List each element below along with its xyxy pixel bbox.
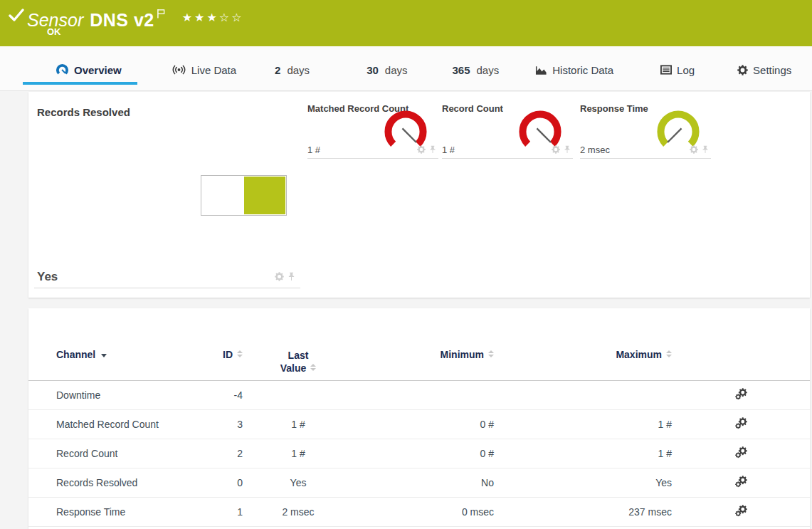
- tab-overview[interactable]: Overview: [23, 55, 137, 85]
- gauge-tile-record-count: Record Count 1 #: [442, 103, 573, 159]
- table-row-records-resolved: Records Resolved 0 Yes No Yes: [28, 468, 810, 498]
- priority-stars[interactable]: ★★★☆☆: [182, 11, 244, 23]
- tab-bar: Overview Live Data 2 days 30 days 365: [0, 46, 812, 91]
- prtg-sensor-page: SensorDNS v2 ★★★☆☆ OK Overview: [0, 0, 812, 529]
- column-header-maximum[interactable]: Maximum: [494, 308, 672, 381]
- cell-minimum: [354, 381, 494, 410]
- area-chart-icon: [535, 65, 547, 75]
- primary-tile-title: Records Resolved: [34, 105, 300, 118]
- channel-settings-gears-icon[interactable]: [735, 446, 747, 459]
- sensor-header: SensorDNS v2 ★★★☆☆ OK: [0, 0, 812, 46]
- tile-gear-icon[interactable]: [417, 144, 426, 157]
- cell-id: -4: [206, 381, 243, 410]
- tile-pin-icon[interactable]: [428, 144, 437, 157]
- column-header-last-label: Last: [243, 349, 354, 362]
- column-header-id[interactable]: ID: [206, 308, 243, 381]
- column-header-minimum[interactable]: Minimum: [354, 308, 494, 381]
- channel-table-panel: Channel ID Last Value Minimum: [28, 308, 810, 529]
- primary-tile-footer: Yes: [37, 270, 296, 284]
- cell-minimum: 0 #: [354, 410, 494, 439]
- cell-channel: Record Count: [28, 439, 206, 468]
- cell-last-value: 1 #: [243, 439, 354, 468]
- gauge-value: 1 #: [442, 145, 455, 155]
- tab-live-data[interactable]: Live Data: [159, 55, 249, 85]
- tab-live-data-label: Live Data: [191, 64, 236, 76]
- records-resolved-bar-chart: [201, 175, 287, 216]
- tab-historic-data-label: Historic Data: [552, 64, 613, 76]
- cell-last-value: 1 #: [243, 410, 354, 439]
- status-ok-check-icon: [9, 8, 24, 25]
- column-header-last-value[interactable]: Last Value: [243, 308, 354, 381]
- tile-gear-icon[interactable]: [275, 271, 284, 284]
- flag-icon[interactable]: [157, 1, 165, 24]
- column-header-minimum-label: Minimum: [441, 349, 484, 360]
- sensor-status: OK: [47, 26, 61, 37]
- cell-id: 1: [206, 498, 243, 527]
- tab-settings[interactable]: Settings: [724, 55, 804, 85]
- cell-maximum: 1 #: [494, 439, 672, 468]
- channel-table: Channel ID Last Value Minimum: [28, 308, 810, 527]
- cell-channel: Response Time: [28, 498, 206, 527]
- cell-channel: Matched Record Count: [28, 410, 206, 439]
- overview-panel: Records Resolved Yes Matched Record: [28, 92, 810, 298]
- cell-maximum: Yes: [494, 468, 672, 498]
- sort-toggle-icon: [310, 364, 316, 371]
- tab-2-days-label: days: [287, 64, 310, 76]
- sort-toggle-icon: [488, 350, 494, 357]
- gauge-value: 1 #: [307, 145, 320, 155]
- cell-maximum: 237 msec: [494, 498, 672, 527]
- tab-settings-label: Settings: [753, 64, 791, 76]
- tab-30-days-label: days: [385, 64, 408, 76]
- sort-toggle-icon: [666, 350, 672, 357]
- gauge-tile-matched-record-count: Matched Record Count 1 #: [307, 103, 438, 159]
- table-row-matched-record-count: Matched Record Count 3 1 # 0 # 1 #: [28, 410, 810, 439]
- tab-overview-label: Overview: [74, 64, 122, 76]
- tile-pin-icon[interactable]: [563, 144, 571, 157]
- cell-last-value: [243, 381, 354, 410]
- channel-settings-gears-icon[interactable]: [735, 388, 747, 400]
- tab-30-days-number: 30: [367, 64, 379, 76]
- channel-settings-gears-icon[interactable]: [735, 476, 747, 488]
- tab-2-days[interactable]: 2 days: [262, 55, 322, 85]
- tab-365-days-label: days: [477, 64, 500, 76]
- tab-log[interactable]: Log: [648, 55, 707, 85]
- gauge-tile-response-time: Response Time 2 msec: [580, 103, 711, 159]
- gauge-value: 2 msec: [580, 145, 610, 155]
- cell-channel: Records Resolved: [28, 468, 206, 498]
- log-icon: [660, 65, 672, 75]
- cell-id: 2: [206, 439, 243, 468]
- tile-gear-icon[interactable]: [552, 144, 560, 157]
- cell-minimum: 0 msec: [354, 498, 494, 527]
- records-resolved-bar-fill: [244, 177, 285, 214]
- content-area: Records Resolved Yes Matched Record: [0, 91, 812, 529]
- tile-gear-icon[interactable]: [690, 144, 698, 157]
- cell-minimum: No: [354, 468, 494, 498]
- cell-channel: Downtime: [28, 381, 206, 410]
- channel-settings-gears-icon[interactable]: [735, 417, 747, 429]
- tile-pin-icon[interactable]: [701, 144, 710, 157]
- table-row-response-time: Response Time 1 2 msec 0 msec 237 msec: [28, 498, 810, 527]
- tab-log-label: Log: [677, 64, 695, 76]
- gauge-icon: [56, 63, 69, 77]
- tab-365-days-number: 365: [453, 64, 470, 76]
- sensor-name: DNS v2: [90, 10, 154, 30]
- table-row-record-count: Record Count 2 1 # 0 # 1 #: [28, 439, 810, 468]
- column-header-id-label: ID: [223, 349, 233, 360]
- cell-last-value: 2 msec: [243, 498, 354, 527]
- cell-maximum: [494, 381, 672, 410]
- cell-id: 0: [206, 468, 243, 498]
- column-header-channel[interactable]: Channel: [28, 308, 206, 381]
- primary-tile-value: Yes: [37, 270, 58, 284]
- sort-desc-icon: [101, 354, 107, 357]
- cell-maximum: 1 #: [494, 410, 672, 439]
- broadcast-icon: [172, 64, 186, 75]
- column-header-maximum-label: Maximum: [616, 349, 662, 360]
- sort-toggle-icon: [237, 350, 243, 357]
- channel-settings-gears-icon[interactable]: [735, 505, 747, 517]
- gear-icon: [737, 65, 748, 75]
- tile-pin-icon[interactable]: [287, 271, 296, 284]
- tab-365-days[interactable]: 365 days: [440, 55, 512, 85]
- cell-id: 3: [206, 410, 243, 439]
- tab-historic-data[interactable]: Historic Data: [522, 55, 626, 85]
- tab-30-days[interactable]: 30 days: [354, 55, 420, 85]
